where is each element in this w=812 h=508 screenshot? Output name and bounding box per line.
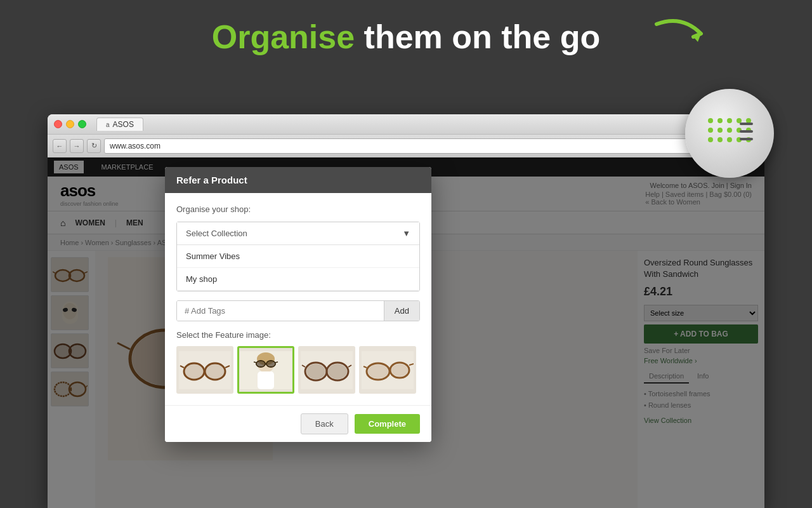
browser-window: a ASOS ← → ↻ www.asos.com ASOS MARKETPLA… bbox=[48, 114, 764, 508]
svg-point-10 bbox=[708, 137, 713, 142]
arrow-icon bbox=[644, 11, 714, 62]
svg-point-4 bbox=[746, 118, 751, 123]
tab-label: ASOS bbox=[113, 120, 134, 129]
modal-title: Refer a Product bbox=[176, 175, 247, 185]
tags-row: Add bbox=[176, 300, 420, 321]
extension-logo-icon bbox=[704, 114, 755, 152]
feature-img-3[interactable] bbox=[298, 346, 355, 394]
extension-icon-circle[interactable] bbox=[685, 89, 774, 178]
url-text: www.asos.com bbox=[110, 142, 160, 150]
svg-point-63 bbox=[267, 361, 275, 366]
svg-point-0 bbox=[708, 118, 713, 123]
svg-point-2 bbox=[727, 118, 732, 123]
svg-line-80 bbox=[390, 371, 390, 371]
hero-headline: Organise them on the go bbox=[212, 0, 601, 68]
browser-tab-asos[interactable]: a ASOS bbox=[96, 117, 143, 131]
back-nav-button[interactable]: ← bbox=[53, 139, 67, 153]
svg-line-65 bbox=[254, 362, 256, 363]
svg-point-3 bbox=[737, 118, 742, 123]
refer-product-modal: Refer a Product Organise your shop: Sele… bbox=[165, 167, 431, 442]
option-my-shop[interactable]: My shop bbox=[177, 268, 419, 291]
minimize-button[interactable] bbox=[66, 120, 74, 128]
add-tag-button[interactable]: Add bbox=[384, 301, 419, 321]
browser-titlebar: a ASOS bbox=[48, 114, 764, 135]
modal-footer: Back Complete bbox=[165, 405, 431, 442]
tab-favicon: a bbox=[106, 121, 110, 128]
feature-img-2[interactable] bbox=[237, 346, 294, 394]
select-collection-header[interactable]: Select Collection ▼ bbox=[177, 222, 419, 245]
svg-point-79 bbox=[391, 364, 408, 377]
svg-point-7 bbox=[727, 128, 732, 133]
tags-input[interactable] bbox=[177, 301, 384, 321]
svg-point-12 bbox=[727, 137, 732, 142]
close-button[interactable] bbox=[54, 120, 62, 128]
svg-point-78 bbox=[368, 364, 388, 378]
hero-rest: them on the go bbox=[355, 18, 600, 55]
svg-rect-58 bbox=[258, 371, 274, 389]
hero-highlight: Organise bbox=[212, 18, 355, 55]
option-summer-vibes[interactable]: Summer Vibes bbox=[177, 245, 419, 268]
page-content: ASOS MARKETPLACE asos discover fashion o… bbox=[48, 157, 764, 508]
feature-image-label: Select the Feature image: bbox=[176, 330, 420, 340]
feature-img-4[interactable] bbox=[359, 346, 416, 394]
svg-point-6 bbox=[717, 128, 723, 133]
select-collection-dropdown[interactable]: Select Collection ▼ Summer Vibes My shop bbox=[176, 222, 420, 291]
back-button[interactable]: Back bbox=[301, 413, 348, 434]
modal-header: Refer a Product bbox=[165, 167, 431, 193]
organise-label: Organise your shop: bbox=[176, 204, 420, 214]
feature-images-row bbox=[176, 346, 420, 394]
forward-nav-button[interactable]: → bbox=[70, 139, 84, 153]
svg-point-70 bbox=[306, 364, 325, 379]
chevron-down-icon: ▼ bbox=[402, 229, 410, 238]
tab-area: a ASOS bbox=[96, 117, 143, 131]
modal-body: Organise your shop: Select Collection ▼ … bbox=[165, 193, 431, 405]
svg-line-66 bbox=[275, 362, 278, 363]
complete-button[interactable]: Complete bbox=[355, 414, 420, 434]
select-placeholder: Select Collection bbox=[186, 229, 247, 238]
url-bar[interactable]: www.asos.com bbox=[104, 138, 759, 154]
svg-point-51 bbox=[185, 364, 204, 379]
refresh-nav-button[interactable]: ↻ bbox=[87, 139, 101, 153]
svg-point-1 bbox=[717, 118, 723, 123]
maximize-button[interactable] bbox=[78, 120, 86, 128]
svg-point-5 bbox=[708, 128, 713, 133]
svg-point-52 bbox=[206, 364, 225, 379]
svg-point-11 bbox=[717, 137, 723, 142]
svg-point-62 bbox=[257, 361, 265, 366]
svg-point-71 bbox=[328, 364, 347, 379]
browser-navbar: ← → ↻ www.asos.com bbox=[48, 135, 764, 157]
feature-img-1[interactable] bbox=[176, 346, 233, 394]
